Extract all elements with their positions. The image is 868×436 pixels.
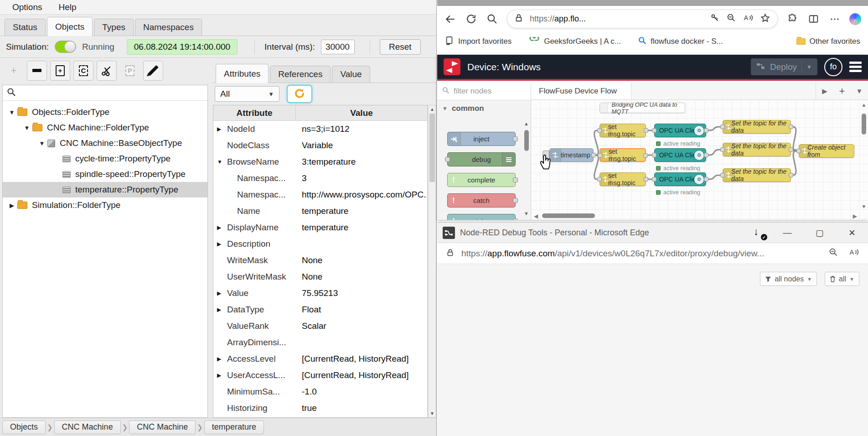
node-output-port[interactable]: [644, 177, 648, 182]
tree-item-cnc-machine-baseobjecttype[interactable]: ▼CNC Machine::BaseObjectType: [3, 135, 207, 151]
favorite-star-icon[interactable]: [760, 13, 770, 26]
expand-icon[interactable]: ▶: [217, 224, 227, 231]
expand-icon[interactable]: ▶: [217, 372, 227, 379]
table-row[interactable]: ▶DataTypeFloat: [213, 301, 427, 318]
table-row[interactable]: Historizingtrue: [213, 400, 427, 416]
attributes-scrollbar[interactable]: ▲ ▼: [428, 105, 436, 418]
reset-button[interactable]: Reset: [380, 39, 421, 55]
attr-tab-value[interactable]: Value: [332, 66, 370, 83]
scroll-down-icon[interactable]: ▼: [524, 211, 529, 216]
table-row[interactable]: Namespac...http://www.prosysopc.com/OPC.: [213, 187, 427, 203]
tree-item-temperature-propertytype[interactable]: temperature::PropertyType: [3, 182, 207, 197]
tab-list-chevron-icon[interactable]: ▼: [851, 83, 868, 99]
tab-status[interactable]: Status: [5, 19, 46, 36]
node-input-port[interactable]: [720, 147, 725, 152]
copilot-icon[interactable]: [849, 13, 861, 25]
node-output-port[interactable]: [644, 128, 648, 133]
expand-icon[interactable]: ▶: [217, 356, 227, 362]
palette-filter-input[interactable]: filter nodes: [437, 83, 531, 100]
change-node-set-topic-1[interactable]: Set the topic for the data: [723, 120, 791, 134]
interval-input[interactable]: [321, 40, 355, 54]
change-node-set-topic-3[interactable]: Set the topic for the data: [723, 168, 791, 182]
menu-options[interactable]: Options: [12, 2, 42, 12]
table-row[interactable]: Nametemperature: [213, 203, 427, 219]
other-favorites-button[interactable]: Other favorites: [796, 37, 861, 46]
tree-item-simulation-foldertype[interactable]: ▶Simulation::FolderType: [3, 197, 207, 213]
remove-button[interactable]: [27, 61, 47, 81]
maximize-button[interactable]: ▢: [809, 225, 830, 240]
scrollbar-thumb[interactable]: [429, 114, 435, 182]
collapse-icon[interactable]: ▼: [6, 109, 17, 116]
expand-icon[interactable]: ▶: [217, 306, 227, 313]
collapse-icon[interactable]: ▼: [36, 140, 47, 147]
search-icon[interactable]: [486, 13, 498, 25]
debug-address-bar[interactable]: https://app.flowfuse.com/api/v1/devices/…: [437, 243, 868, 264]
node-output-port[interactable]: [704, 177, 708, 182]
table-row[interactable]: ▶Description: [213, 236, 427, 252]
canvas-hscrollbar[interactable]: ◀ ▶: [534, 213, 857, 219]
back-button[interactable]: [444, 13, 456, 25]
node-port[interactable]: [513, 198, 518, 203]
inject-node-timestamp[interactable]: timestamp: [549, 148, 594, 162]
add-flow-icon[interactable]: +: [833, 83, 851, 99]
read-aloud-icon[interactable]: A: [848, 247, 859, 260]
tab-namespaces[interactable]: Namespaces: [135, 19, 202, 36]
table-row[interactable]: ▶UserAccessL...[CurrentRead, HistoryRead…: [213, 367, 427, 384]
node-input-port[interactable]: [720, 173, 725, 177]
node-input-port[interactable]: [597, 177, 602, 182]
opcua-client-node-1[interactable]: OPC UA Client⚙: [654, 124, 706, 137]
main-menu-icon[interactable]: [849, 62, 862, 72]
refresh-button[interactable]: [465, 13, 477, 25]
comment-node[interactable]: Bridging OPC UA data to MQTT: [599, 103, 685, 113]
output-node-create-object[interactable]: Create object from: [799, 144, 854, 158]
scroll-left-icon[interactable]: ◀: [534, 213, 538, 219]
opcua-client-node-2[interactable]: OPC UA Client⚙: [654, 148, 706, 162]
palette-node-complete[interactable]: !complete: [447, 173, 516, 187]
breadcrumb-temperature[interactable]: temperature: [204, 420, 264, 434]
change-node-set-msg-topic-2[interactable]: set msg.topic: [599, 148, 646, 162]
attr-tab-references[interactable]: References: [270, 66, 331, 83]
table-row[interactable]: ▶NodeIdns=3;i=1012: [213, 121, 427, 137]
node-output-port[interactable]: [591, 153, 596, 157]
table-row[interactable]: Namespac...3: [213, 170, 427, 187]
table-row[interactable]: ▶Value75.95213: [213, 285, 427, 301]
expand-icon[interactable]: ▶: [217, 126, 227, 132]
collapse-icon[interactable]: ▼: [217, 159, 227, 165]
extensions-icon[interactable]: [786, 13, 799, 25]
node-port[interactable]: [513, 136, 518, 141]
change-node-set-topic-2[interactable]: Set the topic for the data: [723, 143, 791, 156]
simulation-toggle[interactable]: [55, 41, 76, 53]
menu-help[interactable]: Help: [58, 2, 76, 12]
breadcrumb-objects[interactable]: Objects: [2, 420, 46, 434]
tab-types[interactable]: Types: [94, 19, 134, 36]
table-row[interactable]: NodeClassVariable: [213, 137, 427, 154]
tree-item-objects-foldertype[interactable]: ▼Objects::FolderType: [3, 104, 207, 120]
node-output-port[interactable]: [789, 125, 793, 129]
palette-node-status[interactable]: !status: [447, 214, 516, 220]
zoom-out-icon[interactable]: [726, 13, 736, 25]
address-bar[interactable]: https://app.flo... A: [507, 10, 778, 28]
node-input-port[interactable]: [597, 128, 602, 133]
node-input-port[interactable]: [796, 149, 801, 153]
minimize-button[interactable]: —: [777, 225, 798, 240]
table-row[interactable]: ▶DisplayNametemperature: [213, 219, 427, 236]
node-output-port[interactable]: [789, 147, 793, 152]
deploy-button[interactable]: Deploy ▼: [751, 58, 817, 75]
table-row[interactable]: ▶AccessLevel[CurrentRead, HistoryRead]: [213, 351, 427, 367]
node-output-port[interactable]: [704, 128, 708, 133]
tree-search-box[interactable]: [3, 85, 207, 101]
palette-node-debug[interactable]: debug: [447, 152, 516, 166]
opcua-client-node-3[interactable]: OPC UA Client⚙: [654, 172, 706, 186]
collapse-icon[interactable]: ▼: [21, 125, 32, 131]
node-output-port[interactable]: [643, 153, 648, 158]
split-screen-icon[interactable]: [807, 13, 820, 25]
favorite-geeksforgeeks[interactable]: GeeksforGeeks | A c...: [529, 36, 621, 47]
user-avatar[interactable]: fo: [824, 58, 842, 76]
expand-icon[interactable]: ▶: [217, 290, 227, 296]
debug-window-titlebar[interactable]: Node-RED Debug Tools - Personal - Micros…: [437, 223, 868, 243]
node-input-port[interactable]: [652, 153, 656, 157]
table-row[interactable]: ▼BrowseName3:temperature: [213, 154, 427, 170]
debug-filter-button[interactable]: all nodes ▼: [760, 272, 817, 286]
change-node-set-msg-topic-1[interactable]: set msg.topic: [599, 124, 646, 137]
node-port[interactable]: [513, 218, 518, 220]
